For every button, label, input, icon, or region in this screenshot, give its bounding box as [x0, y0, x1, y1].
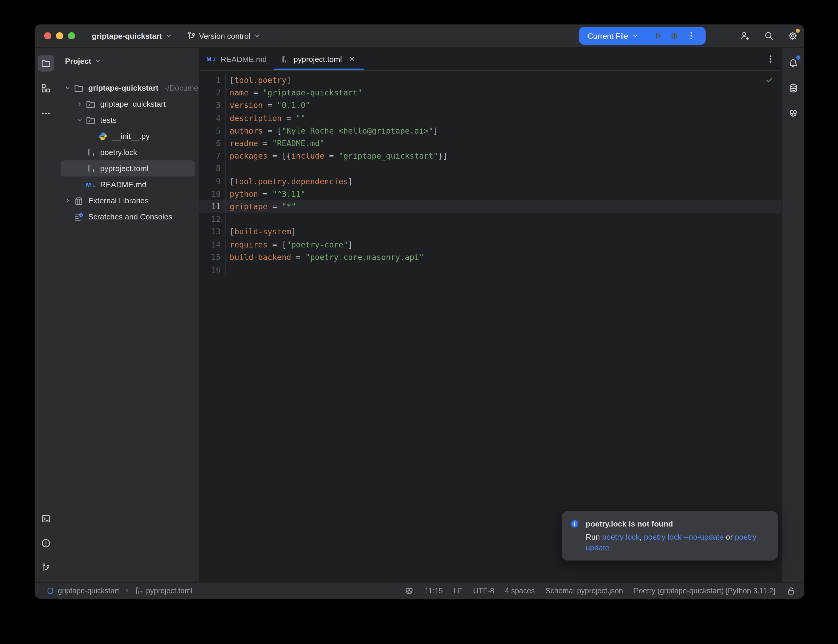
chevron-down-icon[interactable]	[64, 85, 71, 91]
svg-text:[T]: [T]	[138, 590, 142, 595]
line-number: 15	[199, 251, 226, 263]
notification-title: poetry.lock is not found	[586, 519, 673, 529]
left-tool-strip	[35, 48, 57, 582]
breadcrumb-pyproject-toml[interactable]: [T]pyproject.toml	[134, 586, 193, 595]
chevron-down-icon	[165, 32, 173, 39]
line-number: 12	[199, 213, 226, 225]
status-widgets: 11:15LFUTF-84 spacesSchema: pyproject.js…	[405, 586, 796, 595]
unlock-icon	[786, 586, 796, 595]
tree-item-external-libraries[interactable]: External Libraries	[57, 192, 199, 209]
tree-item-label: poetry.lock	[100, 148, 137, 157]
tree-item-griptape-quickstart[interactable]: griptape-quickstart~/Docume	[57, 80, 199, 96]
chevron-right-icon[interactable]	[76, 101, 82, 107]
title-bar: griptape-quickstart Version control Curr…	[35, 25, 804, 48]
breadcrumb-griptape-quickstart[interactable]: griptape-quickstart	[46, 586, 119, 595]
tree-item-label: README.md	[100, 180, 146, 189]
run-button[interactable]	[649, 28, 666, 44]
problems-tool-button[interactable]	[37, 535, 54, 552]
tree-item-label: griptape_quickstart	[100, 100, 166, 108]
info-icon	[570, 519, 579, 529]
search-everywhere-button[interactable]	[761, 28, 777, 44]
status-encoding[interactable]: UTF-8	[473, 586, 494, 595]
tree-item-label: __init__.py	[112, 132, 150, 141]
more-icon	[41, 108, 50, 118]
database-tool-button[interactable]	[785, 80, 801, 97]
code-line-5: 5authors = ["Kyle Roche <hello@griptape.…	[199, 125, 781, 137]
settings-update-badge	[796, 29, 800, 33]
status-copilot-status[interactable]	[405, 586, 414, 595]
markdown-icon: M↓	[85, 181, 97, 189]
ai-icon	[788, 108, 798, 118]
status-line-separator[interactable]: LF	[454, 586, 462, 595]
desktop: griptape-quickstart Version control Curr…	[0, 0, 838, 644]
code-editor[interactable]: 1[tool.poetry]2name = "griptape-quicksta…	[199, 71, 781, 582]
chevron-down-icon	[253, 32, 261, 39]
tree-item-label: tests	[100, 116, 117, 125]
close-tab-button[interactable]	[347, 54, 357, 64]
more-tools-button[interactable]	[37, 105, 54, 122]
bug-icon	[670, 31, 679, 41]
line-number: 3	[199, 99, 226, 112]
database-icon	[788, 84, 798, 93]
settings-button[interactable]	[784, 28, 801, 44]
tree-item-tests[interactable]: tests	[57, 112, 199, 128]
notification-action-link[interactable]: poetry lock	[602, 532, 640, 541]
status-interpreter[interactable]: Poetry (griptape-quickstart) [Python 3.1…	[634, 586, 776, 595]
tab-readme-md[interactable]: M↓README.md	[199, 48, 274, 71]
chevron-down-icon[interactable]	[76, 117, 82, 123]
code-line-8: 8	[199, 163, 781, 175]
tree-item--init-py[interactable]: __init__.py	[57, 128, 199, 144]
status-schema[interactable]: Schema: pyproject.json	[546, 586, 623, 595]
status-write-access[interactable]	[786, 586, 796, 595]
notification-text: or	[724, 532, 735, 541]
project-tree: griptape-quickstart~/Documegriptape_quic…	[57, 80, 199, 225]
tree-item-poetry-lock[interactable]: [T]poetry.lock	[57, 144, 199, 160]
tree-item-griptape-quickstart[interactable]: griptape_quickstart	[57, 96, 199, 112]
close-window-button[interactable]	[44, 32, 51, 39]
tab-pyproject-toml[interactable]: [T]pyproject.toml	[274, 48, 364, 71]
code-line-3: 3version = "0.1.0"	[199, 99, 781, 112]
tree-item-pyproject-toml[interactable]: [T]pyproject.toml	[61, 160, 195, 176]
tree-item-label: Scratches and Consoles	[88, 212, 173, 221]
status-cursor-position[interactable]: 11:15	[425, 586, 443, 595]
zoom-window-button[interactable]	[68, 32, 75, 39]
notifications-tool-button[interactable]	[785, 55, 801, 72]
project-tool-button[interactable]	[37, 55, 54, 72]
chevron-right-icon[interactable]	[64, 197, 71, 204]
code-line-6: 6readme = "README.md"	[199, 137, 781, 150]
status-indent[interactable]: 4 spaces	[505, 586, 535, 595]
breadcrumb-label: griptape-quickstart	[58, 586, 119, 595]
svg-text:[T]: [T]	[90, 152, 95, 156]
toml-icon: [T]	[85, 148, 97, 157]
run-configuration-pill[interactable]: Current File	[579, 27, 706, 45]
breadcrumb-label: pyproject.toml	[146, 586, 193, 595]
code-with-me-button[interactable]	[737, 28, 753, 44]
svg-text:[T]: [T]	[90, 168, 95, 172]
tree-item-scratches-and-consoles[interactable]: Scratches and Consoles	[57, 209, 199, 225]
line-number: 13	[199, 226, 226, 238]
minimize-window-button[interactable]	[56, 32, 63, 39]
more-run-options-button[interactable]	[683, 28, 700, 44]
terminal-tool-button[interactable]	[37, 511, 54, 527]
main-area: Project griptape-quickstart~/Documegript…	[35, 48, 804, 582]
debug-button[interactable]	[666, 28, 683, 44]
line-number: 4	[199, 112, 226, 124]
project-selector[interactable]: griptape-quickstart	[88, 29, 176, 43]
ai-assistant-tool-button[interactable]	[785, 105, 801, 122]
version-control-tool-button[interactable]	[37, 559, 54, 576]
code-line-9: 9[tool.poetry.dependencies]	[199, 175, 781, 187]
code-line-13: 13[build-system]	[199, 226, 781, 238]
ide-window: griptape-quickstart Version control Curr…	[35, 25, 804, 599]
editor-options-button[interactable]	[766, 48, 781, 71]
code-line-12: 12	[199, 213, 781, 225]
structure-tool-button[interactable]	[37, 80, 54, 97]
pkg-icon	[85, 99, 97, 109]
project-panel-header[interactable]: Project	[57, 48, 199, 74]
toml-icon: [T]	[134, 586, 143, 595]
breadcrumbs: griptape-quickstart[T]pyproject.toml	[46, 586, 192, 595]
tree-item-readme-md[interactable]: M↓README.md	[57, 176, 199, 192]
notification-action-link[interactable]: poetry lock --no-update	[644, 532, 723, 541]
pkg-icon	[85, 115, 97, 125]
notification-badge	[796, 56, 800, 60]
vcs-selector[interactable]: Version control	[183, 29, 264, 43]
